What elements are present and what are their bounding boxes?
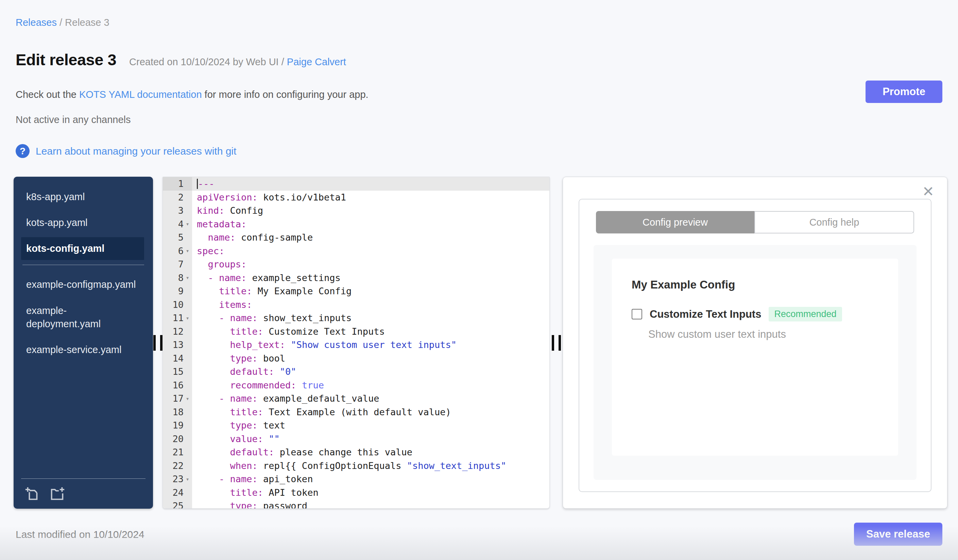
sidebar-item-kots-config-yaml[interactable]: kots-config.yaml: [21, 237, 144, 260]
kots-yaml-doc-link[interactable]: KOTS YAML documentation: [79, 89, 202, 100]
config-item-row: Customize Text Inputs Recommended: [632, 307, 879, 321]
code-line-17[interactable]: 17▾ - name: example_default_value: [163, 392, 549, 405]
code-line-21[interactable]: 21▾ default: please change this value: [163, 446, 549, 459]
last-modified-text: Last modified on 10/10/2024: [16, 529, 144, 540]
code-text: value: "": [192, 433, 280, 444]
code-line-18[interactable]: 18▾ title: Text Example (with default va…: [163, 405, 549, 419]
gutter-line-number: 3▾: [163, 204, 192, 217]
code-line-3[interactable]: 3▾kind: Config: [163, 204, 549, 217]
tab-config-preview[interactable]: Config preview: [596, 211, 754, 233]
sidebar-footer: [21, 478, 146, 502]
code-text: - name: api_token: [192, 474, 313, 484]
customize-text-inputs-checkbox[interactable]: [632, 309, 642, 320]
gutter-line-number: 17▾: [163, 392, 192, 405]
fold-arrow-icon[interactable]: ▾: [185, 274, 190, 281]
sidebar-resize-column: [153, 177, 162, 509]
code-text: default: please change this value: [192, 447, 412, 457]
preview-tabs: Config previewConfig help: [596, 211, 914, 233]
sidebar-resize-handle[interactable]: [153, 335, 162, 351]
code-line-16[interactable]: 16▾ recommended: true: [163, 378, 549, 392]
fold-arrow-icon[interactable]: ▾: [185, 315, 190, 321]
resize-bar: [558, 335, 561, 351]
sidebar-item-example-deployment-yaml[interactable]: example-deployment.yaml: [21, 299, 144, 335]
add-file-icon[interactable]: [24, 486, 40, 502]
code-line-4[interactable]: 4▾metadata:: [163, 217, 549, 231]
yaml-editor[interactable]: 1▾---2▾apiVersion: kots.io/v1beta13▾kind…: [162, 177, 550, 509]
git-help-link[interactable]: Learn about managing your releases with …: [36, 146, 236, 157]
doc-suffix: for more info on configuring your app.: [202, 89, 368, 100]
config-preview-modal: Config previewConfig help My Example Con…: [579, 199, 931, 492]
code-line-20[interactable]: 20▾ value: "": [163, 432, 549, 446]
sidebar-item-kots-app-yaml[interactable]: kots-app.yaml: [21, 211, 144, 234]
code-line-2[interactable]: 2▾apiVersion: kots.io/v1beta1: [163, 191, 549, 204]
gutter-line-number: 23▾: [163, 472, 192, 486]
sidebar-item-example-configmap-yaml[interactable]: example-configmap.yaml: [21, 273, 144, 296]
close-icon[interactable]: ✕: [922, 185, 934, 199]
code-text: ---: [192, 179, 214, 189]
code-text: title: API token: [192, 487, 319, 498]
config-item-label[interactable]: Customize Text Inputs: [650, 308, 761, 320]
code-line-12[interactable]: 12▾ title: Customize Text Inputs: [163, 325, 549, 339]
code-text: items:: [192, 299, 252, 310]
fold-arrow-icon[interactable]: ▾: [185, 395, 190, 402]
code-line-13[interactable]: 13▾ help_text: "Show custom user text in…: [163, 338, 549, 352]
code-line-9[interactable]: 9▾ title: My Example Config: [163, 285, 549, 298]
code-line-6[interactable]: 6▾spec:: [163, 244, 549, 258]
save-release-button[interactable]: Save release: [854, 523, 942, 546]
code-line-1[interactable]: 1▾---: [163, 177, 549, 191]
fold-arrow-icon[interactable]: ▾: [185, 476, 190, 482]
add-folder-icon[interactable]: [50, 486, 65, 502]
gutter-line-number: 13▾: [163, 338, 192, 352]
edit-release-page: Releases / Release 3 Edit release 3 Crea…: [0, 0, 958, 560]
tab-config-help[interactable]: Config help: [754, 211, 914, 233]
gutter-line-number: 18▾: [163, 405, 192, 419]
doc-prefix: Check out the: [16, 89, 79, 100]
gutter-line-number: 10▾: [163, 298, 192, 312]
preview-body: My Example Config Customize Text Inputs …: [593, 245, 917, 480]
created-by-link[interactable]: Paige Calvert: [287, 56, 346, 67]
fold-arrow-icon[interactable]: ▾: [185, 247, 190, 254]
fold-arrow-icon[interactable]: ▾: [185, 220, 190, 227]
code-line-14[interactable]: 14▾ type: bool: [163, 352, 549, 365]
gutter-line-number: 25▾: [163, 499, 192, 509]
code-rows: 1▾---2▾apiVersion: kots.io/v1beta13▾kind…: [163, 177, 549, 509]
resize-bar: [160, 335, 162, 351]
git-help-row[interactable]: ? Learn about managing your releases wit…: [16, 144, 236, 158]
sidebar-item-example-service-yaml[interactable]: example-service.yaml: [21, 339, 144, 361]
workspace: k8s-app.yamlkots-app.yamlkots-config.yam…: [14, 177, 947, 509]
code-line-8[interactable]: 8▾ - name: example_settings: [163, 271, 549, 285]
code-text: name: config-sample: [192, 232, 313, 243]
code-line-22[interactable]: 22▾ when: repl{{ ConfigOptionEquals "sho…: [163, 459, 549, 473]
code-line-24[interactable]: 24▾ title: API token: [163, 486, 549, 500]
code-line-5[interactable]: 5▾ name: config-sample: [163, 231, 549, 244]
code-text: help_text: "Show custom user text inputs…: [192, 340, 457, 350]
code-line-23[interactable]: 23▾ - name: api_token: [163, 472, 549, 486]
code-text: metadata:: [192, 219, 246, 229]
gutter-line-number: 2▾: [163, 191, 192, 204]
breadcrumb-releases-link[interactable]: Releases: [16, 17, 57, 28]
created-text: Created on 10/10/2024 by Web UI /: [129, 56, 287, 67]
preview-resize-handle[interactable]: [552, 335, 561, 351]
question-mark-icon: ?: [16, 144, 30, 158]
code-line-25[interactable]: 25▾ type: password: [163, 499, 549, 509]
sidebar-spacer: [21, 364, 146, 478]
config-card: My Example Config Customize Text Inputs …: [612, 259, 898, 456]
file-sidebar: k8s-app.yamlkots-app.yamlkots-config.yam…: [14, 177, 153, 509]
code-line-11[interactable]: 11▾ - name: show_text_inputs: [163, 311, 549, 325]
gutter-line-number: 22▾: [163, 459, 192, 473]
sidebar-item-k8s-app-yaml[interactable]: k8s-app.yaml: [21, 185, 144, 208]
code-line-7[interactable]: 7▾ groups:: [163, 258, 549, 271]
gutter-line-number: 11▾: [163, 311, 192, 325]
recommended-badge: Recommended: [769, 307, 842, 321]
breadcrumb-separator: /: [57, 17, 65, 28]
promote-button[interactable]: Promote: [866, 81, 942, 103]
code-line-15[interactable]: 15▾ default: "0": [163, 365, 549, 378]
resize-bar: [153, 335, 156, 351]
code-line-10[interactable]: 10▾ items:: [163, 298, 549, 312]
gutter-line-number: 16▾: [163, 378, 192, 392]
preview-resize-column: [550, 177, 563, 509]
gutter-line-number: 8▾: [163, 271, 192, 285]
gutter-line-number: 5▾: [163, 231, 192, 244]
gutter-line-number: 14▾: [163, 352, 192, 365]
code-line-19[interactable]: 19▾ type: text: [163, 419, 549, 432]
